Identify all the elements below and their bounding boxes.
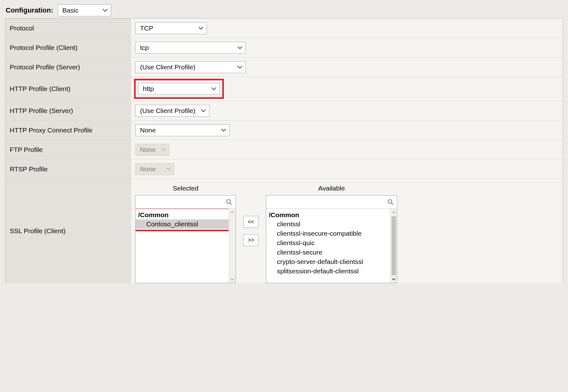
row-label: Protocol Profile (Server) xyxy=(5,57,131,77)
listbox-option[interactable]: clientssl-secure xyxy=(266,248,390,257)
ssl-selected-header: Selected xyxy=(173,185,198,192)
http-profile-client-select[interactable]: http xyxy=(138,83,220,95)
listbox-items: /CommonContoso_clientssl xyxy=(136,209,235,283)
protocol-select[interactable]: TCP xyxy=(135,22,207,34)
rtsp-profile-select: None xyxy=(135,163,174,175)
ftp-profile-select: None xyxy=(135,144,169,156)
row-protocol-profile-client: Protocol Profile (Client) tcp xyxy=(5,38,563,57)
scroll-up-icon[interactable] xyxy=(229,209,235,216)
row-ftp-profile: FTP Profile None xyxy=(5,140,563,159)
listbox-option[interactable]: crypto-server-default-clientssl xyxy=(266,257,390,266)
row-label: FTP Profile xyxy=(5,140,131,159)
protocol-profile-server-select[interactable]: (Use Client Profile) xyxy=(135,61,246,73)
scrollbar[interactable] xyxy=(229,209,235,283)
scrollbar[interactable] xyxy=(390,209,397,283)
row-label: HTTP Proxy Connect Profile xyxy=(5,121,131,140)
ssl-available-column: Available /Commonclientsslclientssl-inse… xyxy=(266,185,397,283)
ssl-selected-column: Selected /CommonContoso_clientssl xyxy=(135,185,236,283)
search-icon[interactable] xyxy=(226,199,232,205)
ssl-available-header: Available xyxy=(318,185,345,192)
http-profile-server-select[interactable]: (Use Client Profile) xyxy=(135,105,209,117)
listbox-search-row xyxy=(136,196,235,209)
scroll-down-icon[interactable] xyxy=(390,276,397,283)
svg-line-3 xyxy=(392,203,393,205)
search-icon[interactable] xyxy=(387,199,394,205)
row-label: HTTP Profile (Server) xyxy=(5,101,131,120)
chevron-down-icon xyxy=(166,168,171,170)
row-label: HTTP Profile (Client) xyxy=(5,77,131,101)
http-proxy-connect-select[interactable]: None xyxy=(135,124,230,136)
svg-point-0 xyxy=(227,200,230,203)
row-http-proxy-connect: HTTP Proxy Connect Profile None xyxy=(5,121,563,140)
scroll-up-icon[interactable] xyxy=(390,209,397,216)
chevron-down-icon xyxy=(198,27,203,30)
chevron-down-icon xyxy=(103,9,108,12)
listbox-option[interactable]: clientssl xyxy=(266,219,390,229)
listbox-option[interactable]: clientssl-insecure-compatible xyxy=(266,229,390,238)
listbox-group-header: /Common xyxy=(136,210,229,219)
chevron-down-icon xyxy=(221,129,226,132)
row-rtsp-profile: RTSP Profile None xyxy=(5,159,563,179)
move-right-button[interactable]: >> xyxy=(243,234,258,246)
listbox-option[interactable]: clientssl-quic xyxy=(266,238,390,248)
configuration-select-value: Basic xyxy=(62,7,78,14)
chevron-down-icon xyxy=(211,87,216,90)
row-label: Protocol xyxy=(5,19,131,38)
ssl-available-listbox[interactable]: /Commonclientsslclientssl-insecure-compa… xyxy=(266,195,397,283)
move-left-button[interactable]: << xyxy=(243,216,258,228)
chevron-down-icon xyxy=(237,46,242,49)
config-table: Protocol TCP Protocol Profile (Client) t… xyxy=(5,18,563,283)
scroll-down-icon[interactable] xyxy=(229,276,235,283)
row-http-profile-client: HTTP Profile (Client) http xyxy=(5,77,563,101)
svg-line-1 xyxy=(230,203,232,205)
svg-point-2 xyxy=(388,200,392,203)
row-label: Protocol Profile (Client) xyxy=(5,38,131,57)
listbox-option[interactable]: splitsession-default-clientssl xyxy=(266,266,390,276)
row-http-profile-server: HTTP Profile (Server) (Use Client Profil… xyxy=(5,101,563,121)
chevron-down-icon xyxy=(201,109,206,112)
listbox-items: /Commonclientsslclientssl-insecure-compa… xyxy=(266,209,397,283)
configuration-label: Configuration: xyxy=(6,6,53,14)
configuration-select[interactable]: Basic xyxy=(58,4,111,16)
scroll-thumb[interactable] xyxy=(230,216,235,275)
http-profile-client-highlight: http xyxy=(134,79,224,99)
row-protocol-profile-server: Protocol Profile (Server) (Use Client Pr… xyxy=(5,57,563,77)
listbox-group-header: /Common xyxy=(266,210,390,219)
chevron-down-icon xyxy=(237,66,242,69)
ssl-mover-buttons: << >> xyxy=(243,216,258,246)
row-ssl-profile-client: SSL Profile (Client) Selected xyxy=(5,179,563,283)
scroll-thumb[interactable] xyxy=(392,216,396,275)
protocol-profile-client-select[interactable]: tcp xyxy=(135,42,246,54)
listbox-search-row xyxy=(266,196,397,209)
configuration-header: Configuration: Basic xyxy=(6,4,563,16)
listbox-option[interactable]: Contoso_clientssl xyxy=(136,219,229,229)
ssl-selected-listbox[interactable]: /CommonContoso_clientssl xyxy=(135,195,236,283)
chevron-down-icon xyxy=(161,148,166,151)
row-label: SSL Profile (Client) xyxy=(5,179,131,283)
row-label: RTSP Profile xyxy=(5,159,131,179)
row-protocol: Protocol TCP xyxy=(5,19,563,38)
